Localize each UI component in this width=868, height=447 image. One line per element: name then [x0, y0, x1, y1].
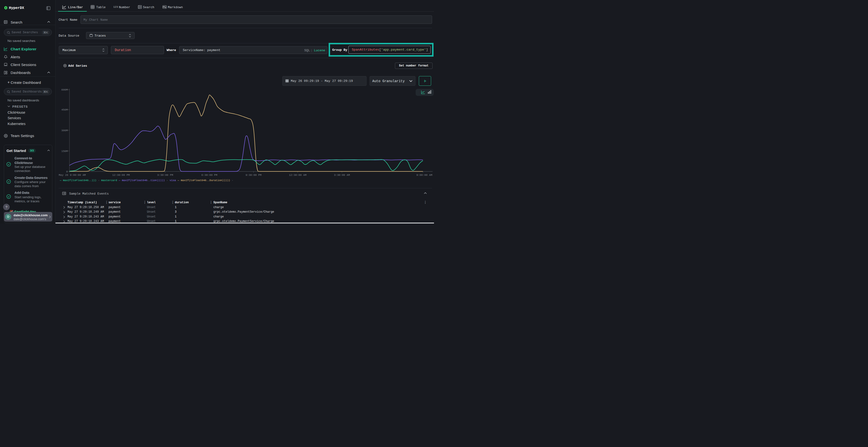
- svg-text:600M: 600M: [61, 89, 68, 91]
- svg-text:May 26 9:00:00 AM: May 26 9:00:00 AM: [59, 174, 86, 176]
- svg-text:12:30:00 PM: 12:30:00 PM: [112, 174, 130, 176]
- svg-text:3:30:00 PM: 3:30:00 PM: [157, 174, 173, 176]
- svg-text:150M: 150M: [61, 150, 68, 153]
- svg-text:3:30:00 AM: 3:30:00 AM: [334, 174, 350, 176]
- svg-text:12:30:00 AM: 12:30:00 AM: [289, 174, 306, 176]
- svg-text:450M: 450M: [61, 108, 68, 111]
- svg-text:9:00:00 AM: 9:00:00 AM: [416, 174, 432, 176]
- svg-text:9:30:00 PM: 9:30:00 PM: [245, 174, 261, 176]
- svg-text:6:30:00 PM: 6:30:00 PM: [201, 174, 217, 176]
- svg-text:0: 0: [66, 170, 68, 173]
- svg-text:300M: 300M: [61, 129, 68, 132]
